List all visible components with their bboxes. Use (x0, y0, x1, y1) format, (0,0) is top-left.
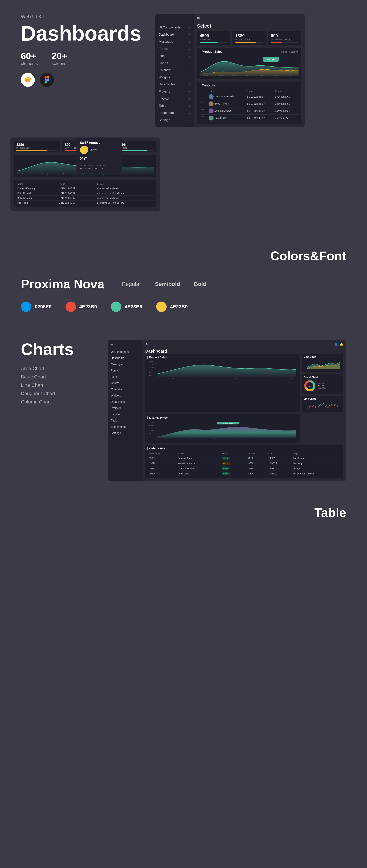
cd-order-table: Product ID Name Status E-mail Data Ship (147, 452, 341, 476)
stat-lbl-delivery: Delivery Processing (271, 38, 299, 41)
row-checkbox[interactable] (201, 95, 204, 98)
sidebar-item-messages[interactable]: Messages› (156, 38, 194, 45)
list-item: Doughnut Chart (21, 391, 94, 396)
hero-right: UI Components› Dashboard› Messages› Form… (156, 14, 346, 127)
list-item: Line Chart (21, 382, 94, 388)
cd-product-sales: Product Sales 250 200 150 100 (145, 353, 300, 412)
cd-sidebar: UI Components› Dashboard Messages› Forms… (108, 340, 142, 481)
svg-text:February: February (189, 378, 198, 379)
charts-left: Charts Area Chart Basic Chart Line Chart… (21, 340, 94, 407)
svg-text:February: February (189, 438, 198, 439)
col-name: Name (207, 89, 245, 93)
cd-sidebar-settings[interactable]: Settings› (108, 430, 142, 436)
mini-col-phone: Phone (57, 182, 96, 186)
sidebar-item-charts[interactable]: Charts› (156, 60, 194, 67)
cd-monthly-profits: Monthly Profits 250 200 (145, 414, 300, 443)
cd-header: 🔍 👤 🔔 (145, 342, 343, 346)
stat-val-sales: 1380 (235, 33, 263, 38)
sidebar-item-projects[interactable]: Projects› (156, 88, 194, 95)
mini-contacts-table: Name Phone E-mail Douglas Kennedy 1-212-… (16, 182, 154, 205)
cd-sidebar-calendar[interactable]: Calendar› (108, 386, 142, 393)
color-item-blue: 0295E9 (21, 302, 52, 312)
cd-search-bar[interactable]: 🔍 (145, 343, 149, 346)
charts-section: Charts Area Chart Basic Chart Line Chart… (0, 326, 367, 495)
svg-text:April: April (234, 378, 238, 379)
sidebar-item-ui-components[interactable]: UI Components› (156, 24, 194, 31)
svg-text:May: May (260, 74, 263, 76)
dp-sidebar-header (156, 18, 194, 24)
cd-sidebar-projects[interactable]: Projects› (108, 405, 142, 411)
table-row: Belinda George 1-212-123 45 67 username@… (200, 107, 299, 115)
cd-sidebar-table[interactable]: Table› (108, 417, 142, 424)
colors-font-section: Colors&Font Proxima Nova Regular Semibol… (0, 235, 367, 326)
svg-text:March: March (232, 74, 237, 76)
svg-text:July: July (140, 173, 142, 175)
stat-lbl-sales: Product Sales (235, 38, 263, 41)
dp-search[interactable]: 🔍 (197, 17, 201, 21)
sidebar-item-forms[interactable]: Forms› (156, 45, 194, 53)
svg-text:February: February (218, 74, 224, 76)
mini-table-row: Paul Hicks 1-212-123 45 67 username-user… (16, 200, 154, 205)
cd-line-svg (304, 401, 341, 410)
row-checkbox[interactable] (201, 102, 204, 105)
weather-temp: 27° (80, 155, 100, 162)
font-weights: Regular Semibold Bold (122, 281, 206, 287)
table-row: 19825 Candice Gibson Active $780 19/08/1… (147, 466, 341, 471)
svg-rect-9 (45, 81, 47, 84)
cd-data-chart: Data Chart 10 20 30 40 (302, 353, 343, 372)
hero-logos (21, 73, 141, 87)
stat-screens: 20+ screens (52, 51, 67, 66)
svg-text:Sales: Sales (308, 386, 311, 387)
sidebar-item-dashboard[interactable]: Dashboard› (156, 31, 194, 38)
color-hex-teal: 4E23B9 (125, 304, 142, 310)
weather-widget: Sa 17 August Sunny 27° SuMoTuWeThFrSa 27… (77, 137, 122, 173)
dp-contacts: Contacts Name Phone E-mail (197, 82, 301, 124)
list-item: Basic Chart (21, 374, 94, 380)
table-row: 19827 Douglas Kennedy Active $780 19/08/… (147, 456, 341, 461)
stat-label-screens: screens (52, 61, 67, 66)
status-badge: Active (222, 472, 230, 475)
cd-main-content: 🔍 👤 🔔 Dashboard Product Sales (142, 340, 346, 481)
order-col-ship: Ship (291, 452, 341, 456)
cd-sidebar-dashboard[interactable]: Dashboard (108, 355, 142, 361)
svg-text:March: March (213, 438, 219, 439)
order-col-id: Product ID (147, 452, 176, 456)
svg-text:February: February (42, 173, 48, 175)
svg-text:June: June (273, 378, 278, 379)
sidebar-item-table[interactable]: Table› (156, 102, 194, 110)
mini-stat-1: 1380 Product Sales (14, 141, 60, 152)
sidebar-item-ecommerce[interactable]: Ecommerce› (156, 110, 194, 117)
cd-sidebar-ui[interactable]: UI Components› (108, 349, 142, 355)
stat-num-elements: 60+ (21, 51, 38, 61)
cd-sidebar-widgets[interactable]: Widgets› (108, 393, 142, 399)
cd-sidebar-forms[interactable]: Forms› (108, 368, 142, 374)
cd-sidebar-invoice[interactable]: Invoice› (108, 411, 142, 417)
weather-condition: Sunny (90, 148, 96, 151)
col-phone: Phone (246, 89, 274, 93)
cd-sidebar-messages[interactable]: Messages› (108, 361, 142, 368)
row-checkbox[interactable] (201, 117, 204, 119)
svg-text:July: July (289, 74, 291, 76)
cd-header-icons: 👤 🔔 (334, 342, 343, 346)
cal-dates-row: 2728°2919222120° (80, 167, 118, 169)
sidebar-item-calendar[interactable]: Calendar› (156, 67, 194, 74)
svg-text:June: June (273, 438, 278, 439)
cd-sidebar-charts[interactable]: Charts› (108, 380, 142, 386)
sidebar-item-icons[interactable]: Icons› (156, 53, 194, 60)
stat-val-delivery: 890 (271, 33, 299, 38)
cd-sidebar-icons[interactable]: Icons› (108, 374, 142, 380)
sidebar-item-invoice[interactable]: Invoice› (156, 95, 194, 102)
svg-text:200: 200 (149, 364, 154, 365)
cd-sidebar-ecommerce[interactable]: Ecommerce› (108, 424, 142, 430)
table-section: Table (0, 495, 367, 540)
color-swatch-red (65, 302, 76, 312)
cd-sidebar-data-tables[interactable]: Data Tables› (108, 399, 142, 405)
sidebar-item-widgets[interactable]: Widgets› (156, 74, 194, 81)
search-icon: 🔍 (197, 17, 201, 21)
mini-table-row: Belinda George 1-212-123 45 67 username@… (16, 196, 154, 200)
sidebar-item-data-tables[interactable]: Data Tables› (156, 81, 194, 88)
cd-order-title: Order Status (147, 447, 341, 450)
row-checkbox[interactable] (201, 110, 204, 112)
table-row: Betty Randall 1-212-123 45 67 username@.… (200, 100, 299, 107)
sidebar-item-settings[interactable]: Settings› (156, 117, 194, 124)
